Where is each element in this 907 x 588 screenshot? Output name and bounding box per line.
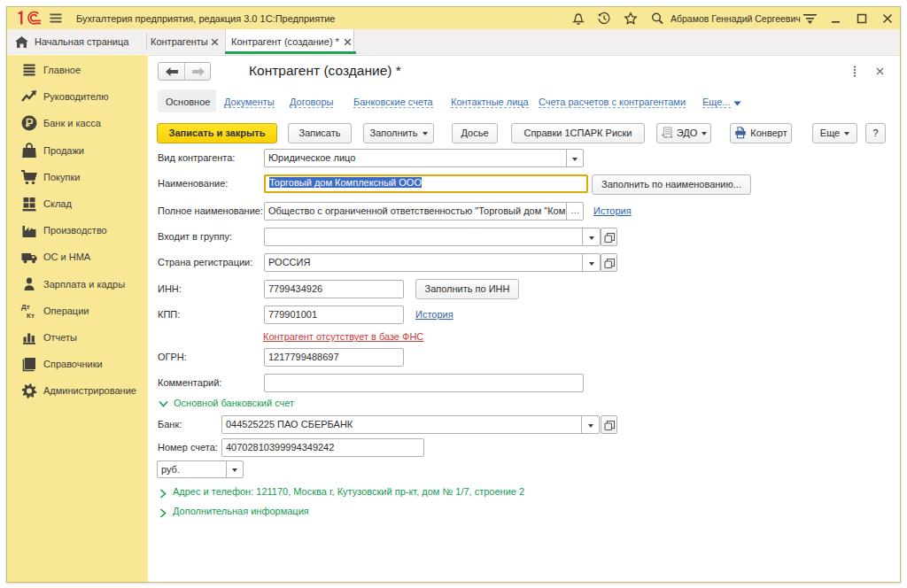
- svg-text:Кт: Кт: [27, 312, 35, 320]
- svg-text:Дт: Дт: [21, 303, 30, 311]
